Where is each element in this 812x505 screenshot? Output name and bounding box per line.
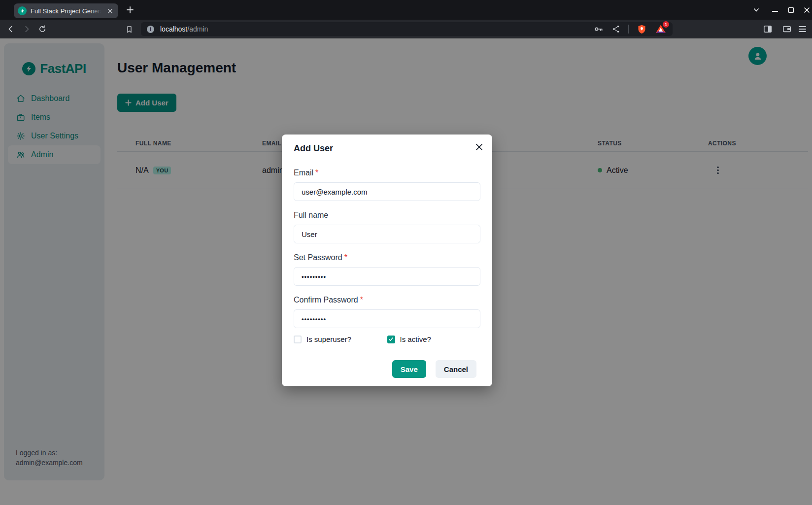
set-password-field[interactable]	[294, 267, 480, 286]
browser-tab[interactable]: Full Stack Project Genera	[14, 3, 118, 18]
reload-button[interactable]	[36, 23, 48, 35]
password-key-icon[interactable]	[594, 24, 604, 34]
set-password-label: Set Password*	[294, 252, 480, 264]
cancel-button[interactable]: Cancel	[436, 360, 476, 378]
site-info-icon[interactable]: i	[147, 26, 154, 33]
full-name-field[interactable]	[294, 225, 480, 243]
browser-window: { "browser": { "tab_title": "Full Stack …	[0, 0, 812, 505]
email-field[interactable]	[294, 182, 480, 201]
wallet-icon[interactable]	[781, 23, 793, 35]
menu-hamburger-icon[interactable]	[796, 23, 808, 35]
full-name-label: Full name	[294, 209, 480, 221]
checkbox-unchecked-icon	[294, 336, 302, 343]
is-superuser-label: Is superuser?	[306, 335, 351, 343]
email-label: Email*	[294, 167, 480, 179]
confirm-password-field[interactable]	[294, 309, 480, 328]
modal-close-icon[interactable]	[473, 141, 485, 153]
is-active-checkbox[interactable]: Is active?	[387, 335, 481, 343]
required-marker: *	[360, 296, 363, 304]
url-bar[interactable]: i localhost/admin	[141, 22, 673, 36]
is-active-label: Is active?	[400, 335, 431, 343]
browser-toolbar: i localhost/admin	[0, 20, 812, 38]
window-chevron-down-icon[interactable]	[752, 6, 761, 14]
page-viewport: FastAPI Dashboard Items User Settings	[0, 38, 812, 505]
sidebar-toggle-icon[interactable]	[762, 23, 774, 35]
url-text: localhost/admin	[160, 25, 208, 33]
checkbox-checked-icon	[387, 336, 395, 343]
rewards-badge: 1	[663, 21, 669, 28]
window-minimize-button[interactable]	[771, 6, 779, 14]
modal-button-row: Save Cancel	[294, 360, 480, 378]
forward-button[interactable]	[21, 23, 33, 35]
is-superuser-checkbox[interactable]: Is superuser?	[294, 335, 387, 343]
bookmark-icon[interactable]	[123, 23, 135, 35]
url-path: /admin	[187, 25, 208, 33]
window-close-button[interactable]	[802, 6, 811, 14]
confirm-password-label: Confirm Password*	[294, 294, 480, 306]
required-marker: *	[315, 168, 318, 177]
checkbox-row: Is superuser? Is active?	[294, 335, 480, 343]
window-maximize-button[interactable]	[786, 6, 795, 14]
brave-rewards-icon[interactable]: 1	[655, 23, 667, 35]
brave-shield-icon[interactable]	[637, 24, 647, 34]
add-user-modal: Add User Email* Full name Set Password* …	[282, 135, 492, 386]
browser-titlebar: Full Stack Project Genera	[0, 0, 812, 20]
tab-title: Full Stack Project Genera	[31, 7, 102, 15]
save-button[interactable]: Save	[392, 360, 426, 378]
modal-title: Add User	[294, 143, 480, 154]
fastapi-favicon-icon	[18, 6, 27, 15]
required-marker: *	[344, 253, 347, 262]
back-button[interactable]	[5, 23, 17, 35]
tab-close-icon[interactable]	[105, 6, 114, 15]
share-icon[interactable]	[611, 25, 620, 34]
toolbar-divider	[628, 25, 629, 34]
url-host: localhost	[160, 25, 187, 33]
new-tab-button[interactable]	[125, 5, 135, 15]
